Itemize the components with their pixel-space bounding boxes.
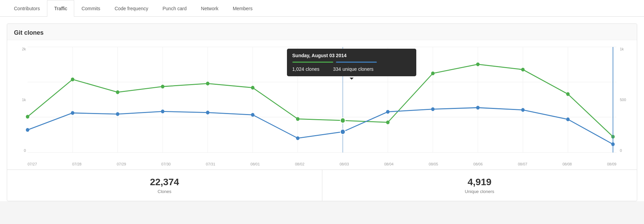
stat-clones: 22,374 Clones	[7, 170, 322, 201]
blue-dot	[566, 117, 569, 121]
x-label-0728: 07/28	[72, 162, 82, 166]
green-dot	[476, 62, 480, 66]
blue-dot	[206, 111, 209, 114]
tab-network[interactable]: Network	[194, 0, 225, 17]
green-dot	[161, 85, 164, 89]
unique-label: Unique cloners	[329, 189, 630, 194]
green-dot	[116, 90, 119, 94]
blue-dot	[71, 111, 74, 115]
x-label-0804: 08/04	[384, 162, 394, 166]
stat-unique: 4,919 Unique cloners	[322, 170, 637, 201]
y-label-2k: 2k	[22, 47, 26, 51]
blue-dot	[116, 112, 119, 116]
y-label-right-500: 500	[620, 98, 626, 102]
x-label-0807: 08/07	[518, 162, 527, 166]
blue-dot	[386, 110, 389, 114]
green-dot	[251, 86, 254, 90]
x-label-0803: 08/03	[340, 162, 349, 166]
blue-dot	[26, 128, 29, 132]
x-label-0731: 07/31	[206, 162, 215, 166]
green-dot-active	[340, 118, 345, 123]
tab-traffic[interactable]: Traffic	[47, 0, 74, 17]
chart-svg	[28, 47, 616, 153]
blue-dot-active	[340, 129, 345, 134]
chart-title: Git clones	[14, 29, 44, 36]
tab-punch-card[interactable]: Punch card	[155, 0, 194, 17]
x-axis: 07/27 07/28 07/29 07/30 07/31 08/01 08/0…	[28, 162, 616, 166]
tab-members[interactable]: Members	[226, 0, 260, 17]
blue-dot	[296, 136, 300, 140]
blue-dot	[161, 110, 164, 113]
green-dot	[71, 78, 74, 81]
green-dot	[566, 92, 569, 96]
blue-dot	[521, 108, 525, 112]
blue-line	[28, 108, 613, 144]
x-label-0809: 08/09	[607, 162, 616, 166]
chart-svg-container: Sunday, August 03 2014 1,024 clones	[28, 47, 616, 153]
x-label-0802: 08/02	[295, 162, 305, 166]
blue-dot	[476, 106, 480, 110]
green-dot	[431, 71, 435, 75]
y-axis-left: 2k 1k 0	[11, 47, 26, 153]
green-line	[28, 64, 613, 137]
x-label-0729: 07/29	[117, 162, 126, 166]
x-label-0727: 07/27	[28, 162, 37, 166]
green-dot	[296, 117, 300, 121]
y-label-1k: 1k	[22, 98, 26, 102]
tab-code-frequency[interactable]: Code frequency	[108, 0, 156, 17]
chart-header: Git clones	[7, 24, 637, 40]
tab-commits[interactable]: Commits	[74, 0, 107, 17]
tabs-nav: Contributors Traffic Commits Code freque…	[0, 0, 644, 17]
blue-dot	[251, 113, 254, 117]
x-label-0805: 08/05	[429, 162, 438, 166]
y-axis-right: 1k 500 0	[620, 47, 633, 153]
stats-footer: 22,374 Clones 4,919 Unique cloners	[7, 170, 637, 201]
x-label-0806: 08/06	[473, 162, 483, 166]
y-label-right-0: 0	[620, 148, 622, 153]
green-dot	[206, 82, 209, 85]
clones-number: 22,374	[14, 177, 315, 188]
y-label-right-1k: 1k	[620, 47, 624, 51]
chart-area: 2k 1k 0 1k 500 0	[7, 40, 637, 170]
x-label-0801: 08/01	[251, 162, 260, 166]
x-label-0808: 08/08	[562, 162, 572, 166]
green-dot	[26, 115, 29, 118]
clones-label: Clones	[14, 189, 315, 194]
y-label-0: 0	[24, 148, 26, 153]
page-wrapper: Contributors Traffic Commits Code freque…	[0, 0, 644, 201]
green-dot	[386, 121, 389, 124]
chart-section: Git clones 2k 1k 0 1k 500 0	[7, 23, 637, 201]
tab-contributors[interactable]: Contributors	[7, 0, 47, 17]
unique-number: 4,919	[329, 177, 630, 188]
blue-dot	[431, 107, 435, 111]
x-label-0730: 07/30	[161, 162, 171, 166]
green-dot	[521, 68, 525, 71]
